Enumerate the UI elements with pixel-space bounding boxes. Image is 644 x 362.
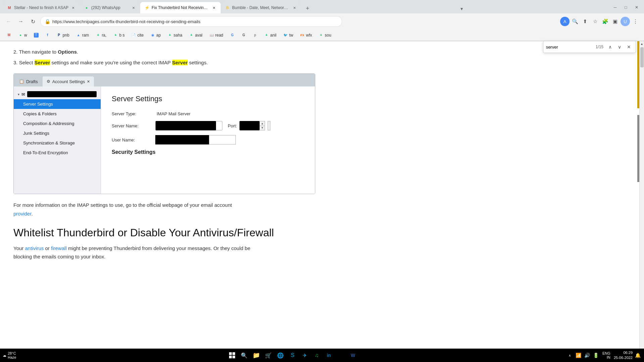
tb-tab-account-settings[interactable]: ⚙ Account Settings ✕ [43,76,94,86]
profile-picture-button[interactable]: A [560,17,570,26]
bookmark-read[interactable]: 📖 read [207,32,226,39]
tb-tab-settings-close[interactable]: ✕ [87,79,90,84]
find-input[interactable] [546,45,593,50]
bookmark-p[interactable]: p [250,32,260,39]
tab-thunderbird[interactable]: ⚡ Fix Thunderbird Not Receiving o... ✕ [140,2,221,13]
step3-pre: 3. Select [13,60,35,65]
bookmark-wfx[interactable]: FX wfx [297,32,315,39]
bookmark-label-drive: ram [82,33,89,38]
tab-bumble[interactable]: B Bumble - Date, Meet, Network B... ✕ [221,2,301,13]
bookmark-ra[interactable]: + ra, [93,32,109,39]
port-input[interactable] [239,121,260,130]
page-scrollbar[interactable]: ▲ [639,41,644,349]
tb-menu-composition-addressing[interactable]: Composition & Addressing [14,119,101,128]
bookmark-cite[interactable]: 📄 cite [128,32,146,39]
minimize-button[interactable]: ─ [610,3,620,12]
port-up-button[interactable]: ▲ [260,121,265,126]
taskbar-edge-button[interactable]: 🌐 [275,350,285,360]
taskbar-network-icon[interactable]: 📶 [575,352,582,359]
bookmark-g1[interactable]: G [227,32,237,39]
taskbar-spotify-button[interactable]: ♫ [312,350,322,360]
tab-close-stellar[interactable]: ✕ [70,5,76,10]
find-bar: 1/15 ∧ ∨ ✕ [543,41,636,53]
antivirus-link[interactable]: antivirus [25,245,44,251]
tab-stellar[interactable]: M Stellar - Need to finish it ASAP ✕ [3,2,80,13]
tb-menu-end-to-end[interactable]: End-To-End Encryption [14,148,101,158]
taskbar-search-button[interactable]: 🔍 [239,350,249,360]
bookmark-g2[interactable]: G [239,32,249,39]
username-input-black[interactable] [155,135,209,144]
bookmark-sou[interactable]: + sou [316,32,334,39]
port-spinner[interactable]: ▲ ▼ [260,121,265,130]
bookmark-whatsapp[interactable]: ● w [15,32,30,39]
tb-menu-copies-folders[interactable]: Copies & Folders [14,109,101,119]
tab-list-button[interactable]: ▾ [457,4,466,13]
close-browser-button[interactable]: ✕ [632,3,641,12]
share-button[interactable]: ⬆ [580,17,590,26]
find-close-button[interactable]: ✕ [625,43,633,51]
bookmark-favicon-bs: + [113,33,118,38]
menu-button[interactable]: ⋮ [631,17,640,26]
url-bar[interactable]: 🔒 https://www.technipages.com/fix-thunde… [40,16,342,27]
provider-link[interactable]: provider [13,211,31,217]
tb-menu-junk-settings[interactable]: Junk Settings [14,128,101,138]
taskbar-file-explorer-button[interactable]: 📁 [251,350,261,360]
bookmark-t[interactable]: T [31,32,41,39]
taskbar-notification-button[interactable]: 🔔 [634,352,641,359]
tb-account-row[interactable]: ▾ ✉ [14,89,101,99]
username-input-white[interactable] [209,135,236,144]
tb-tab-drafts[interactable]: 📋 Drafts [15,76,42,86]
sidebar-toggle-button[interactable]: ▣ [610,17,620,26]
bookmark-google-drive[interactable]: ▲ ram [73,32,92,39]
bookmark-pnb[interactable]: P pnb [54,32,72,39]
firewall-link[interactable]: firewall [51,245,67,251]
taskbar-linkedin-button[interactable]: in [324,350,334,360]
find-next-button[interactable]: ∨ [615,43,624,51]
extensions-button[interactable]: 🧩 [600,17,610,26]
bookmark-favicon-sou: + [319,33,323,38]
reload-button[interactable]: ↻ [28,17,38,26]
bookmark-anil[interactable]: + anil [262,32,279,39]
tab-title-whatsapp: (292) WhatsApp [91,5,129,10]
maximize-button[interactable]: □ [621,3,631,12]
taskbar-store-button[interactable]: 🛒 [263,350,273,360]
bookmark-bs[interactable]: + b s [110,32,127,39]
taskbar-word-button[interactable]: W [348,350,358,360]
tab-close-thunderbird[interactable]: ✕ [211,5,217,10]
bookmark-button[interactable]: ☆ [590,17,600,26]
bookmark-gmail[interactable]: M [4,32,14,39]
bookmark-ap[interactable]: ◉ ap [148,32,163,39]
taskbar-windows-button[interactable] [227,350,237,360]
taskbar-chevron-icon[interactable]: ∧ [566,352,574,359]
taskbar-skype-button[interactable]: S [287,350,298,360]
bookmark-favicon-whatsapp: ● [18,33,23,38]
tb-menu-server-settings[interactable]: Server Settings [14,99,101,109]
bookmark-favicon-ra: + [96,33,100,38]
find-previous-button[interactable]: ∧ [606,43,614,51]
bookmark-saha[interactable]: + saha [165,32,185,39]
taskbar-chrome-button[interactable]: ⊙ [336,350,346,360]
tab-close-bumble[interactable]: ✕ [292,5,297,10]
tb-menu-sync-storage[interactable]: Synchronization & Storage [14,138,101,148]
taskbar-battery-icon[interactable]: 🔋 [592,352,600,359]
server-name-input[interactable] [155,121,222,130]
search-browser-button[interactable]: 🔍 [570,17,580,26]
back-button[interactable]: ← [4,17,13,26]
new-tab-button[interactable]: + [303,3,313,13]
taskbar-telegram-button[interactable]: ✈ [300,350,310,360]
taskbar-sound-icon[interactable]: 🔊 [584,352,591,359]
server-type-label: Server Type: [112,111,155,116]
server-name-label: Server Name: [112,123,155,128]
tab-close-whatsapp[interactable]: ✕ [131,5,136,10]
taskbar-word-icon: W [351,353,355,358]
bookmark-label-saha: saha [173,33,182,38]
forward-button[interactable]: → [16,17,25,26]
tab-whatsapp[interactable]: ● (292) WhatsApp ✕ [80,2,140,13]
bookmark-tw[interactable]: 🐦 tw [280,32,296,39]
port-down-button[interactable]: ▼ [260,126,265,130]
user-account-button[interactable]: U [621,17,630,26]
scrollbar-up-button[interactable]: ▲ [640,42,644,46]
scrollbar-thumb[interactable] [640,47,644,67]
bookmark-aval[interactable]: + aval [186,32,205,39]
bookmark-f[interactable]: f [43,32,53,39]
